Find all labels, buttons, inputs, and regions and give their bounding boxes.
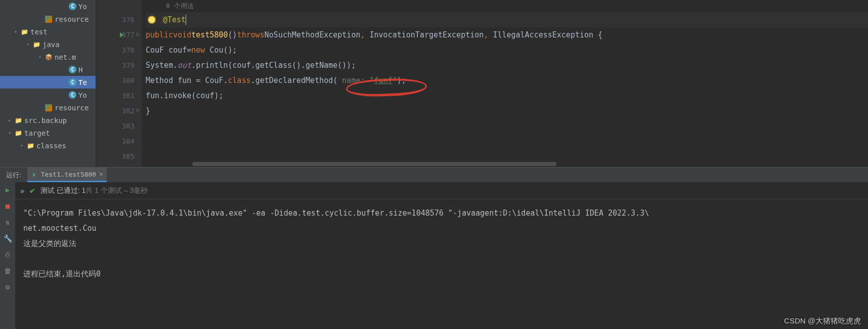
- pin-icon[interactable]: ⎙: [3, 250, 12, 259]
- run-tabs-bar: 运行: ⏵ Test1.test5800 ×: [0, 167, 868, 182]
- tree-item[interactable]: CYo: [0, 89, 96, 101]
- line-number: 383: [122, 122, 135, 130]
- run-panel-label: 运行:: [0, 171, 27, 180]
- text-caret: [186, 15, 186, 25]
- intention-bulb-icon[interactable]: [148, 16, 156, 24]
- class-icon: C: [69, 66, 76, 73]
- usages-hint[interactable]: 0 个用法: [146, 0, 868, 12]
- class-icon: C: [69, 91, 76, 99]
- line-number: 382: [122, 107, 135, 115]
- tree-item[interactable]: 📁target: [0, 127, 96, 139]
- close-tab-icon[interactable]: ×: [99, 171, 103, 178]
- trash-icon[interactable]: 🗑: [3, 266, 12, 275]
- tree-item-label: java: [42, 40, 60, 49]
- code-line[interactable]: fun.invoke(couf);: [146, 88, 868, 103]
- test-status-bar[interactable]: » ✔ 测试 已通过: 1共 1 个测试 – 3毫秒: [15, 182, 868, 199]
- folder-icon: 📁: [32, 40, 40, 49]
- project-tree[interactable]: CYoresource📁test📁java📦net.mCHCTeCYoresou…: [0, 0, 96, 167]
- tree-item[interactable]: CTe: [0, 76, 96, 89]
- line-number: 378: [122, 46, 135, 54]
- run-config-tab[interactable]: ⏵ Test1.test5800 ×: [27, 168, 107, 182]
- settings-wrench-icon[interactable]: 🔧: [3, 234, 12, 243]
- gutter: 376 377 ⊟ 378 379 380 381 382 ⊟ 383 384 …: [96, 0, 142, 167]
- line-number: 381: [122, 92, 135, 100]
- test-status-text: 测试 已通过: 1共 1 个测试 – 3毫秒: [40, 186, 148, 195]
- run-tab-label: Test1.test5800: [41, 171, 97, 178]
- folder-icon: 📁: [20, 28, 28, 36]
- console-exit: 进程已结束,退出代码0: [23, 269, 101, 278]
- settings-gear-icon[interactable]: ⚙: [3, 282, 12, 292]
- code-editor[interactable]: 376 377 ⊟ 378 379 380 381 382 ⊟ 383 384 …: [96, 0, 868, 167]
- line-number: 384: [122, 137, 135, 145]
- tree-item[interactable]: CH: [0, 63, 96, 76]
- chevron-icon[interactable]: [6, 117, 13, 123]
- tree-item[interactable]: 📁test: [0, 25, 96, 38]
- run-gutter-icon[interactable]: [118, 31, 125, 38]
- line-number: 380: [122, 76, 135, 85]
- rerun-icon[interactable]: ▶: [3, 185, 12, 194]
- scrollbar-thumb[interactable]: [192, 162, 556, 166]
- fold-icon[interactable]: ⊟: [135, 32, 141, 38]
- tree-item-label: Te: [78, 78, 87, 87]
- annotation: @Test: [163, 15, 186, 24]
- class-icon: C: [69, 3, 76, 10]
- console-line: 这是父类的返法: [23, 239, 76, 248]
- chevron-icon[interactable]: [24, 42, 31, 47]
- chevron-icon[interactable]: [12, 29, 19, 34]
- tree-item[interactable]: 📦net.m: [0, 51, 96, 63]
- code-line[interactable]: public void test5800() throws NoSuchMeth…: [146, 27, 868, 43]
- tree-item[interactable]: resource: [0, 101, 96, 114]
- console-line: net.mooctest.Cou: [23, 224, 97, 233]
- tree-item-label: test: [30, 28, 48, 36]
- tree-item[interactable]: CYo: [0, 0, 96, 13]
- tree-item-label: resource: [55, 15, 89, 23]
- console-cmd: "C:\Program Files\Java\jdk-17.0.4.1\bin\…: [23, 209, 649, 218]
- folder-icon: 📁: [26, 142, 34, 150]
- tree-item[interactable]: 📁classes: [0, 139, 96, 152]
- chevron-icon[interactable]: [18, 143, 25, 148]
- line-number: 385: [122, 152, 135, 160]
- chevron-icon[interactable]: [6, 130, 13, 136]
- class-icon: C: [69, 78, 76, 86]
- line-number: 379: [122, 61, 135, 69]
- resources-icon: [45, 15, 53, 23]
- folder-icon: 📁: [14, 116, 22, 125]
- tree-item[interactable]: resource: [0, 13, 96, 25]
- code-line[interactable]: @Test: [146, 12, 868, 27]
- code-line[interactable]: }: [146, 103, 868, 118]
- folder-icon: 📁: [14, 129, 22, 137]
- tree-item-label: target: [24, 129, 50, 137]
- toggle-icon[interactable]: ⇅: [3, 218, 12, 227]
- run-tool-window: 运行: ⏵ Test1.test5800 × ▶ ■ ⇅ 🔧 ⎙ 🗑 ⚙ » ✔…: [0, 167, 868, 329]
- collapse-icon[interactable]: ⌄: [15, 182, 30, 197]
- tree-item-label: src.backup: [24, 116, 67, 125]
- run-toolbar: ▶ ■ ⇅ 🔧 ⎙ 🗑 ⚙: [0, 182, 15, 329]
- code-line[interactable]: Method fun = CouF.class.getDeclaredMetho…: [146, 73, 868, 88]
- stop-icon[interactable]: ■: [3, 201, 12, 211]
- package-icon: 📦: [45, 53, 53, 61]
- resources-icon: [45, 104, 53, 112]
- line-number: 376: [122, 16, 135, 24]
- tree-item[interactable]: 📁java: [0, 38, 96, 51]
- code-area[interactable]: 0 个用法 @Test public void test5800() throw…: [142, 0, 868, 167]
- code-line[interactable]: CouF couf=new Cou();: [146, 43, 868, 58]
- tree-item[interactable]: 📁src.backup: [0, 114, 96, 127]
- tree-item-label: resource: [55, 104, 89, 112]
- chevron-icon[interactable]: [36, 54, 44, 60]
- code-line[interactable]: System.out.println(couf.getClass().getNa…: [146, 58, 868, 73]
- editor-horizontal-scrollbar[interactable]: [192, 161, 868, 167]
- tree-item-label: Yo: [78, 3, 87, 11]
- tree-item-label: net.m: [55, 53, 76, 61]
- tree-item-label: H: [78, 66, 82, 74]
- tree-item-label: classes: [36, 142, 66, 150]
- watermark: CSDN @大猪猪吃虎虎: [784, 316, 861, 326]
- fold-icon[interactable]: ⊟: [135, 108, 141, 114]
- tree-item-label: Yo: [78, 91, 87, 99]
- console-output[interactable]: "C:\Program Files\Java\jdk-17.0.4.1\bin\…: [15, 199, 868, 329]
